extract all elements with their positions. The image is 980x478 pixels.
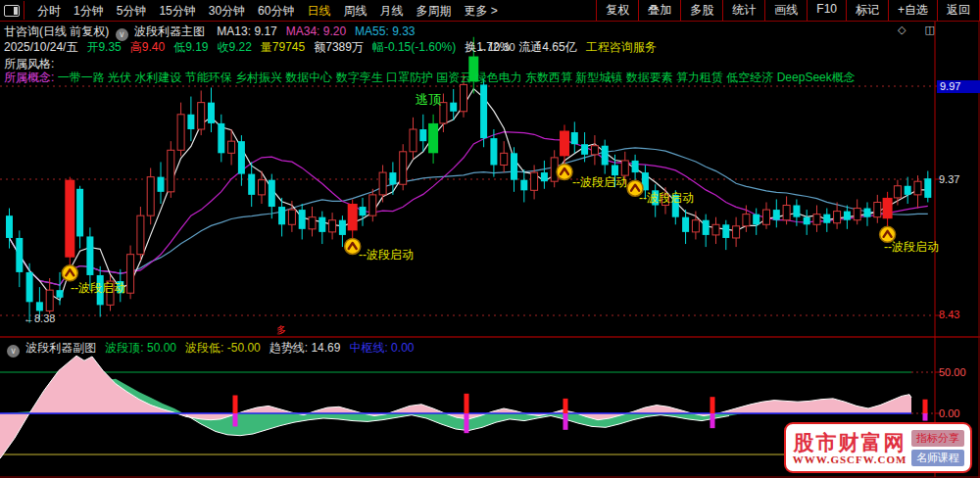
menu-period[interactable]: 更多 >: [464, 4, 497, 18]
menu-period[interactable]: 60分钟: [258, 4, 294, 18]
toolbar-button[interactable]: 返回: [937, 0, 980, 21]
menu-period[interactable]: 多周期: [416, 4, 451, 18]
toolbar-buttons: 复权叠加多股统计画线F10标记+自选返回: [596, 0, 980, 21]
ma-label: MA55: 9.33: [355, 24, 415, 38]
sub-header-field: 中枢线: 0.00: [349, 341, 414, 355]
price-label: 9.97: [937, 80, 980, 93]
menu-period[interactable]: 分时: [37, 4, 61, 18]
watermark-url: WWW.GSCFW.COM: [792, 454, 907, 465]
toolbar-button[interactable]: F10: [807, 0, 846, 21]
toolbar-button[interactable]: 多股: [680, 0, 722, 21]
top-menu-bar: 分时1分钟5分钟15分钟30分钟60分钟日线周线月线多周期更多 > 复权叠加多股…: [0, 0, 980, 22]
period-menu: 分时1分钟5分钟15分钟30分钟60分钟日线周线月线多周期更多 >: [24, 1, 498, 20]
sub-axis-label: 50.00: [939, 366, 966, 378]
chart-annotation: --波段启动: [359, 248, 414, 262]
menu-period[interactable]: 1分钟: [74, 4, 104, 18]
quote-field: 高9.40: [130, 40, 165, 54]
quote-field: 额7389万: [314, 40, 364, 54]
ma-label: MA13: 9.17: [217, 24, 276, 38]
style-label: 所属风格:: [4, 57, 54, 71]
quote-field: 流通4.65亿: [518, 40, 576, 54]
trading-app-window: 分时1分钟5分钟15分钟30分钟60分钟日线周线月线多周期更多 > 复权叠加多股…: [0, 0, 980, 478]
quote-field: 低9.19: [173, 40, 208, 54]
quote-field: 工程咨询服务: [586, 40, 657, 54]
wave-start-signal-icon: [62, 265, 77, 281]
quote-field: 量79745: [261, 40, 305, 54]
watermark-badge-indicators: 指标分享: [911, 430, 964, 447]
ma-value-labels: MA13: 9.17MA34: 9.20MA55: 9.33: [217, 24, 423, 38]
chart-annotation: 逃顶: [416, 92, 442, 107]
watermark-box: 股市财富网 WWW.GSCFW.COM 指标分享 名师课程: [784, 422, 972, 473]
quote-field: 幅-0.15(-1.60%): [372, 40, 456, 54]
sub-header-field: 趋势线: 14.69: [270, 341, 341, 355]
sub-header-field: 波段顶: 50.00: [105, 341, 176, 355]
price-label: 9.37: [939, 173, 959, 185]
quote-field: 2025/10/24/五: [4, 40, 77, 54]
quote-row: 2025/10/24/五开9.35高9.40低9.19收9.22量79745额7…: [4, 39, 665, 56]
sub-header-field: 波段利器副图: [25, 341, 96, 355]
toolbar-button[interactable]: 复权: [596, 0, 638, 21]
watermark-badge-courses: 名师课程: [911, 450, 964, 466]
sub-indicator-header: ∨ 波段利器副图波段顶: 50.00波段低: -50.00趋势线: 14.69中…: [4, 340, 422, 358]
menu-period[interactable]: 15分钟: [159, 4, 195, 18]
window-control-icons[interactable]: ◇ ◫: [898, 24, 943, 36]
sub-axis-label: 0.00: [939, 407, 959, 419]
menu-period[interactable]: 周线: [343, 4, 367, 18]
main-indicator-name[interactable]: 波段利器主图: [134, 24, 205, 38]
menu-period[interactable]: 30分钟: [209, 4, 245, 18]
toolbar-button[interactable]: 标记: [846, 0, 888, 21]
quote-field: 开9.35: [86, 40, 121, 54]
chevron-down-icon[interactable]: ∨: [7, 345, 20, 358]
menu-period[interactable]: 月线: [379, 4, 403, 18]
toolbar-button[interactable]: 画线: [764, 0, 807, 21]
toolbar-button[interactable]: 统计: [722, 0, 764, 21]
chart-annotation: --波段启动: [572, 175, 627, 189]
price-label: 8.43: [939, 309, 959, 320]
chart-annotation: 多: [276, 324, 286, 335]
concept-list: 一带一路 光伏 水利建设 节能环保 乡村振兴 数据中心 数字孪生 口罩防护 国资…: [58, 71, 856, 84]
wave-start-signal-icon: [557, 164, 572, 179]
concept-label: 所属概念:: [4, 71, 54, 84]
quote-field: 收9.22: [217, 40, 251, 54]
toolbar-button[interactable]: 叠加: [638, 0, 680, 21]
chart-annotation: --波段启动: [884, 240, 939, 254]
concept-row: 所属概念: 一带一路 光伏 水利建设 节能环保 乡村振兴 数据中心 数字孪生 口…: [4, 70, 856, 86]
panel-toggle-icon[interactable]: [0, 1, 24, 20]
chart-annotation: --波段启动: [639, 191, 694, 205]
ma-label: MA34: 9.20: [286, 24, 346, 38]
menu-period[interactable]: 日线: [307, 4, 330, 18]
stock-title[interactable]: 甘咨询(日线 前复权): [4, 24, 109, 38]
quote-field: 换1.72%: [465, 40, 510, 54]
toolbar-button[interactable]: +自选: [888, 0, 937, 21]
sub-header-field: 波段低: -50.00: [185, 341, 261, 355]
menu-period[interactable]: 5分钟: [117, 4, 147, 18]
chart-annotation: ←8.38: [24, 312, 55, 324]
watermark-site-name: 股市财富网: [792, 431, 907, 454]
chart-annotation: --波段启动: [71, 281, 125, 295]
